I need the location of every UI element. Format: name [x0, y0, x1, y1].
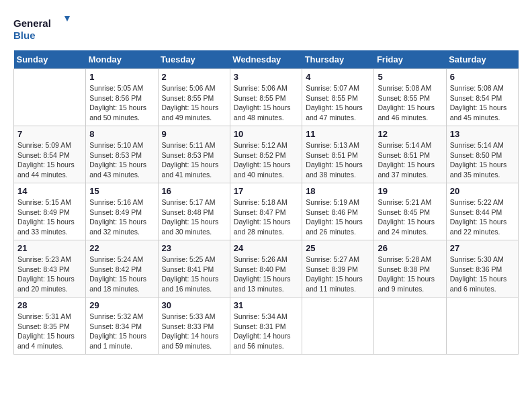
day-info: Sunrise: 5:14 AMSunset: 8:50 PMDaylight:… — [450, 140, 515, 180]
day-info: Sunrise: 5:10 AMSunset: 8:53 PMDaylight:… — [89, 140, 154, 180]
page-header: General Blue — [13, 13, 519, 44]
day-info: Sunrise: 5:34 AMSunset: 8:31 PMDaylight:… — [234, 312, 298, 351]
calendar-cell: 22Sunrise: 5:24 AMSunset: 8:42 PMDayligh… — [86, 240, 158, 298]
logo: General Blue — [13, 13, 74, 44]
day-info: Sunrise: 5:12 AMSunset: 8:52 PMDaylight:… — [234, 140, 298, 180]
day-info: Sunrise: 5:17 AMSunset: 8:48 PMDaylight:… — [162, 197, 226, 237]
day-number: 3 — [234, 72, 298, 82]
day-number: 2 — [162, 72, 226, 82]
day-number: 23 — [162, 243, 226, 253]
calendar-cell: 23Sunrise: 5:25 AMSunset: 8:41 PMDayligh… — [158, 240, 230, 298]
calendar-cell: 26Sunrise: 5:28 AMSunset: 8:38 PMDayligh… — [374, 240, 446, 298]
day-info: Sunrise: 5:33 AMSunset: 8:33 PMDaylight:… — [162, 312, 226, 351]
day-number: 25 — [306, 243, 370, 253]
header-row: SundayMondayTuesdayWednesdayThursdayFrid… — [14, 50, 519, 69]
calendar-cell: 3Sunrise: 5:06 AMSunset: 8:55 PMDaylight… — [230, 69, 302, 126]
week-row-4: 21Sunrise: 5:23 AMSunset: 8:43 PMDayligh… — [14, 240, 519, 298]
calendar-cell: 16Sunrise: 5:17 AMSunset: 8:48 PMDayligh… — [158, 183, 230, 240]
day-number: 9 — [162, 129, 226, 139]
day-number: 11 — [306, 129, 370, 139]
day-info: Sunrise: 5:06 AMSunset: 8:55 PMDaylight:… — [162, 83, 226, 123]
day-info: Sunrise: 5:24 AMSunset: 8:42 PMDaylight:… — [89, 255, 154, 294]
calendar-cell: 28Sunrise: 5:31 AMSunset: 8:35 PMDayligh… — [14, 298, 86, 355]
day-info: Sunrise: 5:05 AMSunset: 8:56 PMDaylight:… — [89, 83, 154, 123]
day-info: Sunrise: 5:18 AMSunset: 8:47 PMDaylight:… — [234, 197, 298, 237]
calendar-cell: 2Sunrise: 5:06 AMSunset: 8:55 PMDaylight… — [158, 69, 230, 126]
week-row-5: 28Sunrise: 5:31 AMSunset: 8:35 PMDayligh… — [14, 298, 519, 355]
calendar-cell: 30Sunrise: 5:33 AMSunset: 8:33 PMDayligh… — [158, 298, 230, 355]
week-row-3: 14Sunrise: 5:15 AMSunset: 8:49 PMDayligh… — [14, 183, 519, 240]
day-info: Sunrise: 5:15 AMSunset: 8:49 PMDaylight:… — [17, 197, 82, 237]
calendar-cell: 20Sunrise: 5:22 AMSunset: 8:44 PMDayligh… — [446, 183, 518, 240]
logo-svg: General Blue — [13, 13, 74, 44]
calendar-cell: 25Sunrise: 5:27 AMSunset: 8:39 PMDayligh… — [302, 240, 374, 298]
header-wednesday: Wednesday — [230, 50, 302, 69]
day-number: 22 — [89, 243, 154, 253]
day-number: 21 — [17, 243, 82, 253]
day-info: Sunrise: 5:13 AMSunset: 8:51 PMDaylight:… — [306, 140, 370, 180]
day-number: 16 — [162, 186, 226, 196]
calendar-cell — [374, 298, 446, 355]
header-monday: Monday — [86, 50, 158, 69]
day-number: 30 — [162, 300, 226, 310]
day-info: Sunrise: 5:30 AMSunset: 8:36 PMDaylight:… — [450, 255, 515, 294]
calendar-table: SundayMondayTuesdayWednesdayThursdayFrid… — [13, 50, 519, 355]
calendar-cell: 13Sunrise: 5:14 AMSunset: 8:50 PMDayligh… — [446, 126, 518, 183]
calendar-cell: 27Sunrise: 5:30 AMSunset: 8:36 PMDayligh… — [446, 240, 518, 298]
day-number: 27 — [450, 243, 515, 253]
day-number: 15 — [89, 186, 154, 196]
calendar-cell: 9Sunrise: 5:11 AMSunset: 8:53 PMDaylight… — [158, 126, 230, 183]
calendar-cell: 31Sunrise: 5:34 AMSunset: 8:31 PMDayligh… — [230, 298, 302, 355]
day-info: Sunrise: 5:09 AMSunset: 8:54 PMDaylight:… — [17, 140, 82, 180]
calendar-cell: 4Sunrise: 5:07 AMSunset: 8:55 PMDaylight… — [302, 69, 374, 126]
calendar-cell: 29Sunrise: 5:32 AMSunset: 8:34 PMDayligh… — [86, 298, 158, 355]
calendar-cell: 5Sunrise: 5:08 AMSunset: 8:55 PMDaylight… — [374, 69, 446, 126]
calendar-cell: 10Sunrise: 5:12 AMSunset: 8:52 PMDayligh… — [230, 126, 302, 183]
day-number: 5 — [378, 72, 442, 82]
day-number: 17 — [234, 186, 298, 196]
calendar-cell: 21Sunrise: 5:23 AMSunset: 8:43 PMDayligh… — [14, 240, 86, 298]
day-number: 6 — [450, 72, 515, 82]
day-info: Sunrise: 5:19 AMSunset: 8:46 PMDaylight:… — [306, 197, 370, 237]
day-number: 7 — [17, 129, 82, 139]
day-number: 13 — [450, 129, 515, 139]
day-info: Sunrise: 5:14 AMSunset: 8:51 PMDaylight:… — [378, 140, 442, 180]
week-row-2: 7Sunrise: 5:09 AMSunset: 8:54 PMDaylight… — [14, 126, 519, 183]
day-info: Sunrise: 5:16 AMSunset: 8:49 PMDaylight:… — [89, 197, 154, 237]
day-info: Sunrise: 5:28 AMSunset: 8:38 PMDaylight:… — [378, 255, 442, 294]
calendar-cell: 19Sunrise: 5:21 AMSunset: 8:45 PMDayligh… — [374, 183, 446, 240]
day-number: 12 — [378, 129, 442, 139]
day-number: 20 — [450, 186, 515, 196]
svg-text:Blue: Blue — [13, 30, 36, 41]
day-number: 18 — [306, 186, 370, 196]
calendar-cell: 8Sunrise: 5:10 AMSunset: 8:53 PMDaylight… — [86, 126, 158, 183]
day-number: 4 — [306, 72, 370, 82]
day-info: Sunrise: 5:22 AMSunset: 8:44 PMDaylight:… — [450, 197, 515, 237]
header-friday: Friday — [374, 50, 446, 69]
day-info: Sunrise: 5:06 AMSunset: 8:55 PMDaylight:… — [234, 83, 298, 123]
header-tuesday: Tuesday — [158, 50, 230, 69]
calendar-cell: 6Sunrise: 5:08 AMSunset: 8:54 PMDaylight… — [446, 69, 518, 126]
svg-text:General: General — [13, 17, 51, 29]
day-info: Sunrise: 5:23 AMSunset: 8:43 PMDaylight:… — [17, 255, 82, 294]
week-row-1: 1Sunrise: 5:05 AMSunset: 8:56 PMDaylight… — [14, 69, 519, 126]
day-info: Sunrise: 5:27 AMSunset: 8:39 PMDaylight:… — [306, 255, 370, 294]
calendar-cell: 14Sunrise: 5:15 AMSunset: 8:49 PMDayligh… — [14, 183, 86, 240]
header-thursday: Thursday — [302, 50, 374, 69]
day-number: 14 — [17, 186, 82, 196]
day-number: 8 — [89, 129, 154, 139]
day-info: Sunrise: 5:21 AMSunset: 8:45 PMDaylight:… — [378, 197, 442, 237]
calendar-cell — [302, 298, 374, 355]
day-info: Sunrise: 5:08 AMSunset: 8:54 PMDaylight:… — [450, 83, 515, 123]
day-info: Sunrise: 5:32 AMSunset: 8:34 PMDaylight:… — [89, 312, 154, 351]
day-number: 24 — [234, 243, 298, 253]
calendar-cell: 24Sunrise: 5:26 AMSunset: 8:40 PMDayligh… — [230, 240, 302, 298]
day-number: 26 — [378, 243, 442, 253]
day-number: 28 — [17, 300, 82, 310]
calendar-cell: 11Sunrise: 5:13 AMSunset: 8:51 PMDayligh… — [302, 126, 374, 183]
calendar-cell: 7Sunrise: 5:09 AMSunset: 8:54 PMDaylight… — [14, 126, 86, 183]
day-number: 29 — [89, 300, 154, 310]
calendar-cell: 1Sunrise: 5:05 AMSunset: 8:56 PMDaylight… — [86, 69, 158, 126]
calendar-cell: 15Sunrise: 5:16 AMSunset: 8:49 PMDayligh… — [86, 183, 158, 240]
day-number: 19 — [378, 186, 442, 196]
